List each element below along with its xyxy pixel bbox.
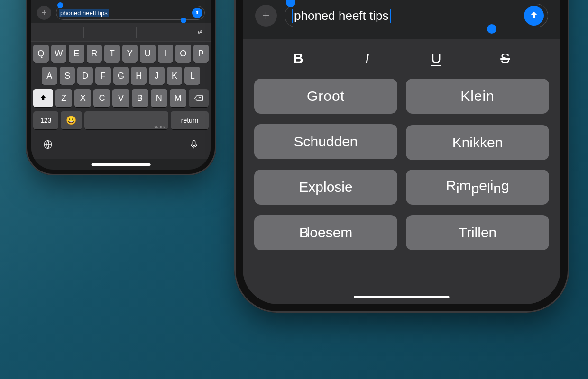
key-w[interactable]: W xyxy=(51,45,67,63)
keyboard-bottom-bar xyxy=(31,135,211,159)
key-d[interactable]: D xyxy=(77,67,93,85)
effect-schudden-button[interactable]: Schudden xyxy=(254,124,397,159)
text-effects-grid: Groot Klein Schudden Knikken Explosie Ri… xyxy=(254,79,549,250)
add-attachment-button[interactable]: + xyxy=(37,6,51,20)
key-return[interactable]: return xyxy=(171,111,209,129)
effect-trillen-button[interactable]: Trillen xyxy=(406,215,549,250)
key-f[interactable]: F xyxy=(95,67,111,85)
add-attachment-button[interactable]: + xyxy=(255,5,277,27)
message-input-row: + phoned heeft tips xyxy=(243,4,560,33)
key-e[interactable]: E xyxy=(69,45,84,63)
effect-rimpeling-button[interactable]: Rimpeling xyxy=(406,170,549,205)
key-v[interactable]: V xyxy=(112,89,129,107)
key-backspace[interactable] xyxy=(189,89,209,107)
selection-handle-start[interactable] xyxy=(286,0,295,7)
key-emoji[interactable]: 😀 xyxy=(61,111,82,129)
key-n[interactable]: N xyxy=(151,89,167,107)
format-bar: B I U S xyxy=(254,47,549,79)
key-l[interactable]: L xyxy=(184,67,200,85)
key-u[interactable]: U xyxy=(140,45,156,63)
backspace-icon xyxy=(194,93,203,103)
message-input-selected-text[interactable]: phoned heeft tips xyxy=(59,9,109,17)
phone-small-screen: + phoned heeft tips ıA Q W E R T xyxy=(31,0,211,170)
suggestion-slot-2[interactable] xyxy=(83,27,136,38)
key-z[interactable]: Z xyxy=(55,89,72,107)
key-j[interactable]: J xyxy=(149,67,165,85)
globe-keyboard-button[interactable] xyxy=(43,139,53,152)
key-y[interactable]: Y xyxy=(122,45,138,63)
key-row-4: 123 😀 NL EN return xyxy=(33,111,209,129)
key-space[interactable]: NL EN xyxy=(84,111,169,129)
arrow-up-icon xyxy=(194,10,200,16)
key-row-2: A S D F G H J K L xyxy=(33,67,209,85)
effect-bloesem-button[interactable]: Bloesem xyxy=(254,215,397,250)
key-s[interactable]: S xyxy=(60,67,75,85)
dictation-button[interactable] xyxy=(189,139,199,152)
software-keyboard: Q W E R T Y U I O P A S D F G H J K L xyxy=(31,42,211,135)
selection-handle-start[interactable] xyxy=(57,2,63,8)
selection-handle-end[interactable] xyxy=(181,18,186,23)
shift-icon xyxy=(39,94,47,102)
keyboard-suggestion-bar: ıA xyxy=(31,23,211,42)
format-strikethrough-button[interactable]: S xyxy=(497,50,513,66)
microphone-icon xyxy=(189,139,199,150)
selection-handle-end[interactable] xyxy=(487,24,496,34)
key-m[interactable]: M xyxy=(170,89,186,107)
effect-explosie-button[interactable]: Explosie xyxy=(254,170,397,205)
arrow-up-icon xyxy=(529,10,539,21)
keyboard-language-hint: NL EN xyxy=(154,125,165,128)
key-p[interactable]: P xyxy=(193,45,209,63)
effect-klein-button[interactable]: Klein xyxy=(406,79,549,114)
key-k[interactable]: K xyxy=(167,67,183,85)
globe-icon xyxy=(43,139,53,150)
key-numbers[interactable]: 123 xyxy=(33,111,58,129)
home-indicator[interactable] xyxy=(92,163,151,166)
suggestion-slot-3[interactable] xyxy=(136,27,189,38)
format-italic-button[interactable]: I xyxy=(359,50,375,66)
phone-big: + phoned heeft tips B I U S Groot Klein … xyxy=(234,0,569,313)
message-input-selected-text[interactable]: phoned heeft tips xyxy=(292,9,391,23)
key-h[interactable]: H xyxy=(131,67,147,85)
text-effects-panel: B I U S Groot Klein Schudden Knikken Exp… xyxy=(243,39,560,304)
key-r[interactable]: R xyxy=(87,45,102,63)
message-input[interactable]: phoned heeft tips xyxy=(285,4,548,27)
format-panel-toggle[interactable]: ıA xyxy=(189,23,211,41)
phone-small: + phoned heeft tips ıA Q W E R T xyxy=(26,0,216,175)
phone-big-screen: + phoned heeft tips B I U S Groot Klein … xyxy=(243,0,560,304)
effect-knikken-button[interactable]: Knikken xyxy=(406,125,549,160)
key-i[interactable]: I xyxy=(158,45,174,63)
key-g[interactable]: G xyxy=(113,67,129,85)
key-c[interactable]: C xyxy=(93,89,110,107)
key-q[interactable]: Q xyxy=(33,45,49,63)
home-indicator[interactable] xyxy=(354,296,450,298)
send-button[interactable] xyxy=(192,8,202,18)
key-row-3: Z X C V B N M xyxy=(33,89,209,107)
key-row-1: Q W E R T Y U I O P xyxy=(33,45,209,63)
effect-groot-button[interactable]: Groot xyxy=(254,79,397,114)
key-x[interactable]: X xyxy=(74,89,91,107)
svg-rect-1 xyxy=(193,141,195,146)
key-shift[interactable] xyxy=(33,89,53,107)
message-input-row: + phoned heeft tips xyxy=(31,6,211,23)
format-bold-button[interactable]: B xyxy=(290,50,306,66)
key-o[interactable]: O xyxy=(175,45,191,63)
key-a[interactable]: A xyxy=(42,67,57,85)
format-underline-button[interactable]: U xyxy=(428,50,444,66)
send-button[interactable] xyxy=(524,6,544,26)
key-b[interactable]: B xyxy=(132,89,148,107)
message-input[interactable]: phoned heeft tips xyxy=(56,6,205,20)
key-t[interactable]: T xyxy=(104,45,120,63)
suggestion-slot-1[interactable] xyxy=(31,27,83,38)
